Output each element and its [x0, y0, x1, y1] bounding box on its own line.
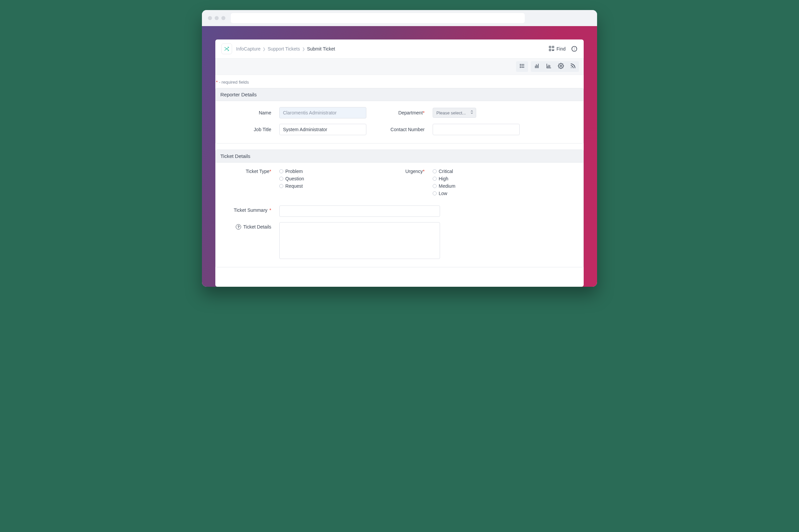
address-bar[interactable]: [231, 13, 525, 23]
svg-rect-1: [552, 46, 554, 48]
gear-icon: [558, 63, 564, 70]
ticket-details-panel: Ticket Details Ticket Type* Problem Ques…: [215, 150, 584, 267]
traffic-dot-close[interactable]: [208, 16, 212, 20]
ticket-type-option-problem[interactable]: Problem: [279, 169, 366, 174]
svg-point-6: [574, 50, 575, 51]
urgency-option-medium[interactable]: Medium: [433, 183, 520, 189]
department-select[interactable]: Please select...: [433, 108, 476, 118]
chevron-right-icon: ❯: [302, 47, 305, 51]
rss-icon: [570, 63, 576, 70]
header-actions: Find: [548, 45, 578, 53]
ticket-type-option-request[interactable]: Request: [279, 183, 366, 189]
svg-point-22: [560, 65, 562, 67]
required-note: * - required fields: [215, 75, 584, 88]
svg-point-4: [574, 47, 575, 48]
toolbar-strip: [215, 59, 584, 75]
ticket-panel-title: Ticket Details: [216, 150, 583, 163]
ticket-details-textarea[interactable]: [279, 222, 440, 259]
app-background: InfoCapture ❯ Support Tickets ❯ Submit T…: [202, 26, 597, 287]
breadcrumb-current: Submit Ticket: [307, 46, 335, 52]
name-label: Name: [221, 110, 271, 115]
svg-point-12: [520, 67, 521, 68]
content-area: * - required fields Reporter Details Nam…: [215, 75, 584, 287]
ticket-type-label: Ticket Type*: [221, 169, 271, 174]
infocapture-logo-icon[interactable]: [221, 43, 232, 54]
job-title-input[interactable]: [279, 124, 366, 135]
urgency-option-high[interactable]: High: [433, 176, 520, 182]
urgency-option-critical[interactable]: Critical: [433, 169, 520, 174]
name-input[interactable]: [279, 107, 366, 118]
svg-rect-2: [549, 49, 551, 51]
ticket-type-option-question[interactable]: Question: [279, 176, 366, 182]
contact-number-label: Contact Number: [375, 127, 424, 132]
svg-point-23: [571, 67, 571, 68]
urgency-options: Critical High Medium Low: [433, 169, 520, 196]
urgency-label: Urgency*: [375, 169, 424, 174]
contact-number-input[interactable]: [433, 124, 520, 135]
breadcrumb-support-tickets[interactable]: Support Tickets: [268, 46, 300, 52]
ticket-summary-input[interactable]: [279, 206, 440, 217]
analytics-button[interactable]: [543, 61, 555, 72]
svg-point-10: [520, 64, 521, 65]
browser-titlebar: [202, 10, 597, 26]
qr-scan-icon: [548, 45, 555, 53]
main-card: InfoCapture ❯ Support Tickets ❯ Submit T…: [215, 39, 584, 287]
svg-point-5: [574, 49, 575, 49]
required-text: - required fields: [218, 80, 249, 84]
info-button[interactable]: [571, 45, 578, 52]
analytics-chart-icon: [546, 63, 552, 70]
breadcrumb-infocapture[interactable]: InfoCapture: [236, 46, 260, 52]
tool-group-main: [531, 61, 579, 72]
ticket-type-options: Problem Question Request: [279, 169, 366, 189]
svg-rect-0: [549, 46, 551, 48]
urgency-option-low[interactable]: Low: [433, 191, 520, 196]
reporter-panel-title: Reporter Details: [216, 88, 583, 101]
ticket-summary-label: Ticket Summary*: [221, 206, 271, 213]
svg-point-11: [520, 65, 521, 66]
find-label: Find: [557, 46, 566, 52]
help-icon[interactable]: ?: [236, 224, 241, 230]
reporter-details-panel: Reporter Details Name Department* Please…: [215, 88, 584, 144]
traffic-dot-minimize[interactable]: [215, 16, 219, 20]
rss-button[interactable]: [567, 61, 579, 72]
list-icon: [519, 63, 525, 70]
job-title-label: Job Title: [221, 127, 271, 132]
card-header: InfoCapture ❯ Support Tickets ❯ Submit T…: [215, 39, 584, 59]
breadcrumb-trail: InfoCapture ❯ Support Tickets ❯ Submit T…: [236, 46, 335, 52]
chevron-right-icon: ❯: [262, 47, 266, 51]
traffic-lights: [207, 16, 225, 20]
traffic-dot-maximize[interactable]: [221, 16, 225, 20]
settings-button[interactable]: [555, 61, 567, 72]
find-button[interactable]: Find: [548, 45, 566, 53]
department-label: Department*: [375, 110, 424, 115]
ticket-details-label: ? Ticket Details: [221, 222, 271, 230]
list-view-button[interactable]: [516, 61, 528, 72]
browser-window: InfoCapture ❯ Support Tickets ❯ Submit T…: [202, 10, 597, 287]
bar-chart-button[interactable]: [531, 61, 543, 72]
breadcrumb: InfoCapture ❯ Support Tickets ❯ Submit T…: [221, 43, 335, 54]
tool-group-list: [516, 61, 528, 72]
bar-chart-icon: [534, 63, 540, 70]
